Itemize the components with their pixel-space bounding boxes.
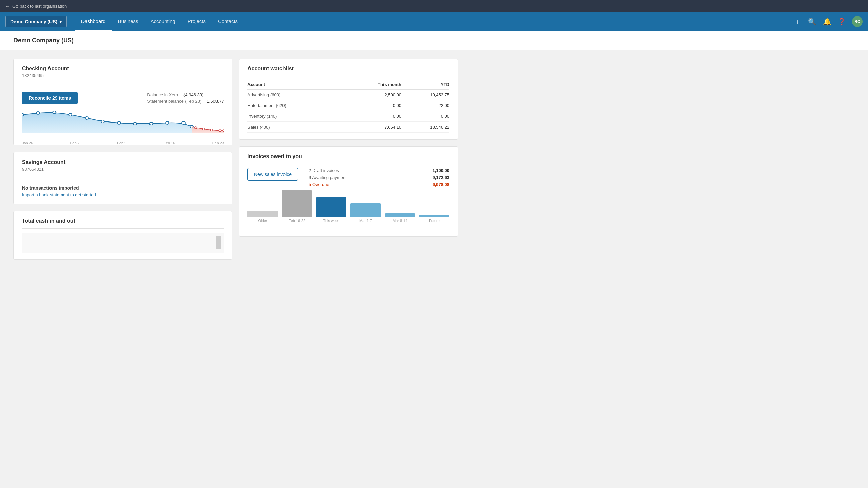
statement-balance-value: 1,608.77 — [207, 99, 224, 104]
watchlist-title: Account watchlist — [247, 66, 450, 72]
bell-icon[interactable]: 🔔 — [822, 17, 832, 26]
watchlist-row: Sales (400) 7,654.10 18,546.22 — [247, 122, 450, 133]
svg-point-9 — [166, 122, 169, 124]
awaiting-payment-row: 9 Awaiting payment 9,172.63 — [309, 175, 450, 180]
watchlist-account: Inventory (140) — [247, 111, 343, 122]
bar-label: Mar 1-7 — [359, 219, 372, 223]
invoices-title: Invoices owed to you — [247, 154, 450, 160]
search-icon[interactable]: 🔍 — [807, 17, 817, 26]
back-label[interactable]: Go back to last organisation — [12, 4, 67, 9]
watchlist-table: Account This month YTD Advertising (600)… — [247, 80, 450, 133]
balance-in-xero-label: Balance in Xero — [147, 92, 178, 97]
svg-point-3 — [69, 113, 72, 116]
bar — [247, 211, 278, 218]
svg-point-2 — [53, 111, 56, 114]
bank-balance-chart — [22, 108, 224, 138]
savings-account-card: Savings Account 987654321 ⋮ No transacti… — [13, 152, 232, 204]
bar — [419, 215, 450, 218]
nav-contacts[interactable]: Contacts — [212, 12, 244, 31]
new-sales-invoice-button[interactable]: New sales invoice — [247, 168, 298, 181]
awaiting-label: 9 Awaiting payment — [309, 175, 347, 180]
watchlist-ytd: 10,453.75 — [401, 90, 450, 100]
chart-labels: Jan 26 Feb 2 Feb 9 Feb 16 Feb 23 — [22, 141, 224, 145]
svg-point-1 — [36, 112, 40, 115]
bar-label: Future — [429, 219, 440, 223]
svg-point-16 — [222, 130, 224, 132]
page-title: Demo Company (US) — [13, 37, 855, 44]
statement-balance-label: Statement balance (Feb 23) — [147, 99, 202, 104]
overdue-label: 5 Overdue — [309, 182, 329, 187]
page-header: Demo Company (US) — [0, 31, 868, 51]
invoice-bar-chart: OlderFeb 16-22This weekMar 1-7Mar 8-14Fu… — [247, 196, 450, 230]
bar-group: Mar 8-14 — [385, 214, 415, 223]
watchlist-ytd: 22.00 — [401, 100, 450, 111]
add-icon[interactable]: ＋ — [793, 17, 802, 26]
nav-links: Dashboard Business Accounting Projects C… — [75, 12, 793, 31]
help-icon[interactable]: ❓ — [837, 17, 846, 26]
watchlist-col-ytd: YTD — [401, 80, 450, 90]
savings-account-number: 987654321 — [22, 167, 65, 172]
total-cash-title: Total cash in and out — [22, 218, 224, 224]
svg-point-4 — [85, 117, 88, 120]
watchlist-ytd: 0.00 — [401, 111, 450, 122]
org-name: Demo Company (US) — [10, 19, 57, 24]
svg-point-8 — [150, 122, 153, 125]
bar-group: Mar 1-7 — [350, 203, 381, 223]
invoices-owed-card: Invoices owed to you New sales invoice 2… — [239, 147, 458, 237]
svg-point-13 — [203, 128, 205, 130]
watchlist-this-month: 0.00 — [343, 100, 401, 111]
bar-label: Feb 16-22 — [288, 219, 305, 223]
left-column: Checking Account 132435465 ⋮ Reconcile 2… — [13, 59, 232, 260]
draft-value: 1,100.00 — [432, 168, 450, 173]
nav-right: ＋ 🔍 🔔 ❓ RC — [793, 16, 863, 27]
chevron-down-icon: ▾ — [59, 19, 62, 24]
bar-label: Older — [258, 219, 267, 223]
watchlist-row: Advertising (600) 2,500.00 10,453.75 — [247, 90, 450, 100]
nav-projects[interactable]: Projects — [182, 12, 212, 31]
bar — [316, 197, 346, 218]
invoice-top: New sales invoice 2 Draft invoices 1,100… — [247, 168, 450, 189]
chart-label-feb9: Feb 9 — [117, 141, 126, 145]
draft-label: 2 Draft invoices — [309, 168, 339, 173]
chart-label-feb2: Feb 2 — [70, 141, 80, 145]
checking-account-title: Checking Account — [22, 66, 69, 72]
nav-business[interactable]: Business — [112, 12, 145, 31]
import-bank-statement-link[interactable]: Import a bank statement to get started — [22, 192, 224, 197]
nav-dashboard[interactable]: Dashboard — [75, 12, 112, 31]
svg-point-15 — [218, 130, 221, 132]
account-watchlist-card: Account watchlist Account This month YTD… — [239, 59, 458, 140]
bar — [385, 214, 415, 218]
svg-point-14 — [211, 129, 213, 131]
avatar[interactable]: RC — [852, 16, 863, 27]
page-content: Checking Account 132435465 ⋮ Reconcile 2… — [0, 51, 471, 268]
total-cash-card: Total cash in and out — [13, 211, 232, 260]
reconcile-button[interactable]: Reconcile 29 items — [22, 92, 78, 104]
back-arrow-icon: ← — [5, 4, 10, 9]
balance-info: Balance in Xero (4,946.33) Statement bal… — [147, 92, 224, 104]
svg-point-6 — [117, 122, 121, 124]
bar-group: Feb 16-22 — [282, 191, 312, 223]
checking-account-card: Checking Account 132435465 ⋮ Reconcile 2… — [13, 59, 232, 145]
no-transactions-text: No transactions imported — [22, 186, 224, 191]
org-selector[interactable]: Demo Company (US) ▾ — [5, 16, 67, 27]
savings-account-menu[interactable]: ⋮ — [218, 159, 224, 167]
bar — [282, 191, 312, 218]
draft-invoices-row: 2 Draft invoices 1,100.00 — [309, 168, 450, 173]
watchlist-col-account: Account — [247, 80, 343, 90]
balance-in-xero-value: (4,946.33) — [184, 92, 204, 97]
svg-point-0 — [22, 113, 24, 116]
bank-chart-area: Jan 26 Feb 2 Feb 9 Feb 16 Feb 23 — [22, 108, 224, 138]
chart-label-jan26: Jan 26 — [22, 141, 33, 145]
reconcile-row: Reconcile 29 items Balance in Xero (4,94… — [22, 92, 224, 104]
awaiting-value: 9,172.63 — [432, 175, 450, 180]
watchlist-account: Advertising (600) — [247, 90, 343, 100]
bar-label: This week — [323, 219, 340, 223]
bar-group: Older — [247, 211, 278, 223]
invoice-stats: 2 Draft invoices 1,100.00 9 Awaiting pay… — [309, 168, 450, 189]
checking-account-menu[interactable]: ⋮ — [218, 66, 224, 73]
watchlist-account: Entertainment (620) — [247, 100, 343, 111]
svg-point-7 — [133, 122, 137, 125]
watchlist-col-this-month: This month — [343, 80, 401, 90]
nav-accounting[interactable]: Accounting — [145, 12, 182, 31]
bar-label: Mar 8-14 — [393, 219, 407, 223]
